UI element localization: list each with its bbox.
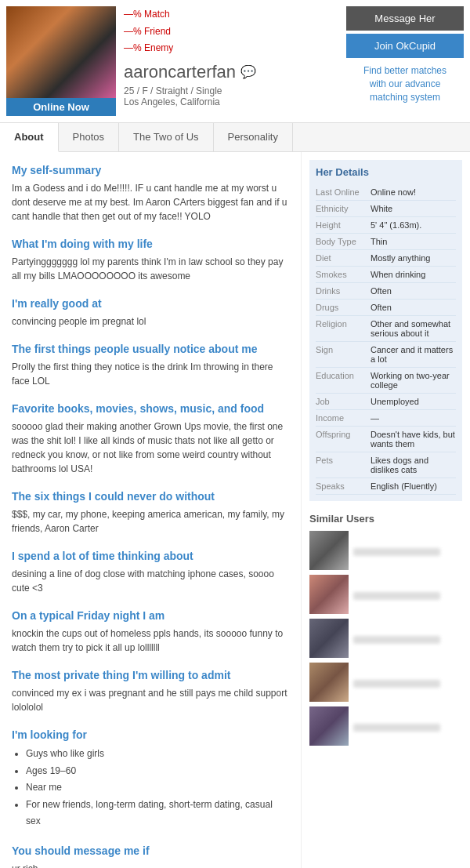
- tab-personality[interactable]: Personality: [214, 123, 293, 151]
- similar-users-section: Similar Users: [309, 513, 462, 746]
- section-looking-for: I'm looking for Guys who like girls Ages…: [12, 728, 289, 830]
- tab-about[interactable]: About: [0, 123, 59, 152]
- detail-value: When drinking: [371, 270, 456, 279]
- similar-user-info: [353, 633, 462, 644]
- detail-value: Working on two-year college: [371, 371, 456, 390]
- section-private-title: The most private thing I'm willing to ad…: [12, 669, 289, 681]
- detail-label: Offspring: [316, 430, 371, 449]
- detail-label: Smokes: [316, 270, 371, 279]
- similar-user-thumb: [309, 619, 349, 658]
- detail-row: Income—: [316, 410, 456, 427]
- detail-label: Last Online: [316, 187, 371, 197]
- similar-user-item[interactable]: [309, 575, 462, 614]
- list-item: Near me: [26, 779, 289, 797]
- similar-user-detail-blur: [353, 636, 440, 644]
- similar-user-info: [353, 589, 462, 600]
- section-favorites-title: Favorite books, movies, shows, music, an…: [12, 402, 289, 415]
- section-favorites: Favorite books, movies, shows, music, an…: [12, 402, 289, 476]
- detail-row: Last OnlineOnline now!: [316, 184, 456, 201]
- detail-row: JobUnemployed: [316, 394, 456, 410]
- detail-row: PetsLikes dogs and dislikes cats: [316, 452, 456, 478]
- detail-value: 5' 4" (1.63m).: [371, 220, 456, 230]
- similar-user-item[interactable]: [309, 663, 462, 702]
- join-button[interactable]: Join OkCupid: [346, 34, 464, 58]
- detail-value: Mostly anything: [371, 253, 456, 263]
- detail-row: Body TypeThin: [316, 234, 456, 250]
- detail-row: EducationWorking on two-year college: [316, 368, 456, 394]
- tab-bar: About Photos The Two of Us Personality: [0, 123, 470, 152]
- username-row: aaroncarterfan 💬: [124, 62, 338, 82]
- detail-row: DrinksOften: [316, 283, 456, 300]
- section-six-things-body: $$$, my car, my phone, keeping america a…: [12, 507, 289, 536]
- header-center: —% Match —% Friend —% Enemy aaroncarterf…: [116, 6, 346, 116]
- detail-label: Drinks: [316, 286, 371, 296]
- section-doing-with-life: What I'm doing with my life Partyinggggg…: [12, 238, 289, 283]
- detail-value: English (Fluently): [371, 481, 456, 491]
- detail-label: Ethnicity: [316, 204, 371, 213]
- section-private-body: convinced my ex i was pregnant and he st…: [12, 686, 289, 714]
- similar-user-detail-blur: [353, 592, 440, 600]
- similar-user-thumb: [309, 575, 349, 614]
- tab-two-of-us[interactable]: The Two of Us: [119, 123, 214, 151]
- section-six-things: The six things I could never do without …: [12, 490, 289, 536]
- similar-user-item[interactable]: [309, 619, 462, 658]
- detail-label: Religion: [316, 319, 371, 338]
- section-six-things-title: The six things I could never do without: [12, 490, 289, 503]
- detail-label: Height: [316, 220, 371, 230]
- content-right: Her Details Last OnlineOnline now!Ethnic…: [302, 152, 470, 868]
- section-first-notice-title: The first things people usually notice a…: [12, 343, 289, 355]
- detail-value: —: [371, 413, 456, 423]
- list-item: Ages 19–60: [26, 763, 289, 780]
- profile-photo-container: Online Now: [6, 6, 116, 116]
- similar-users-list: [309, 531, 462, 746]
- similar-user-thumb: [309, 531, 349, 570]
- match-percent: —% Match: [124, 6, 338, 24]
- section-good-at: I'm really good at convincing people im …: [12, 297, 289, 329]
- section-doing-title: What I'm doing with my life: [12, 238, 289, 250]
- looking-for-list: Guys who like girls Ages 19–60 Near me F…: [12, 746, 289, 830]
- detail-row: SignCancer and it matters a lot: [316, 342, 456, 368]
- tab-photos[interactable]: Photos: [59, 123, 119, 151]
- chat-icon[interactable]: 💬: [240, 64, 256, 79]
- section-message-body: ur rich: [12, 862, 289, 868]
- detail-value: Online now!: [371, 187, 456, 197]
- detail-label: Pets: [316, 456, 371, 474]
- similar-user-thumb: [309, 663, 349, 702]
- her-details-box: Her Details Last OnlineOnline now!Ethnic…: [309, 160, 462, 501]
- similar-user-detail-blur: [353, 680, 440, 688]
- details-rows: Last OnlineOnline now!EthnicityWhiteHeig…: [316, 184, 456, 495]
- section-message-me: You should message me if ur rich: [12, 844, 289, 868]
- similar-user-info: [353, 721, 462, 732]
- section-friday-night: On a typical Friday night I am knockin t…: [12, 609, 289, 655]
- detail-label: Income: [316, 413, 371, 423]
- detail-value: Other and somewhat serious about it: [371, 319, 456, 338]
- section-private-thing: The most private thing I'm willing to ad…: [12, 669, 289, 714]
- detail-row: ReligionOther and somewhat serious about…: [316, 316, 456, 342]
- detail-row: SmokesWhen drinking: [316, 267, 456, 283]
- online-badge: Online Now: [6, 98, 116, 116]
- detail-label: Speaks: [316, 481, 371, 491]
- similar-user-item[interactable]: [309, 706, 462, 746]
- list-item: Guys who like girls: [26, 746, 289, 763]
- section-looking-title: I'm looking for: [12, 728, 289, 741]
- list-item: For new friends, long-term dating, short…: [26, 797, 289, 830]
- detail-label: Drugs: [316, 303, 371, 312]
- detail-row: EthnicityWhite: [316, 201, 456, 217]
- friend-percent: —% Friend: [124, 24, 338, 41]
- detail-value: Unemployed: [371, 397, 456, 406]
- detail-label: Body Type: [316, 237, 371, 246]
- header-right: Message Her Join OkCupid Find better mat…: [346, 6, 464, 116]
- message-button[interactable]: Message Her: [346, 6, 464, 31]
- section-thinking-about: I spend a lot of time thinking about des…: [12, 550, 289, 595]
- detail-value: Thin: [371, 237, 456, 246]
- detail-row: DietMostly anything: [316, 250, 456, 267]
- similar-user-thumb: [309, 706, 349, 746]
- profile-header: Online Now —% Match —% Friend —% Enemy a…: [0, 0, 470, 123]
- detail-value: Likes dogs and dislikes cats: [371, 456, 456, 474]
- similar-users-heading: Similar Users: [309, 513, 462, 525]
- detail-row: Height5' 4" (1.63m).: [316, 217, 456, 234]
- similar-user-info: [353, 545, 462, 556]
- similar-user-detail-blur: [353, 724, 440, 732]
- section-good-at-title: I'm really good at: [12, 297, 289, 310]
- similar-user-item[interactable]: [309, 531, 462, 570]
